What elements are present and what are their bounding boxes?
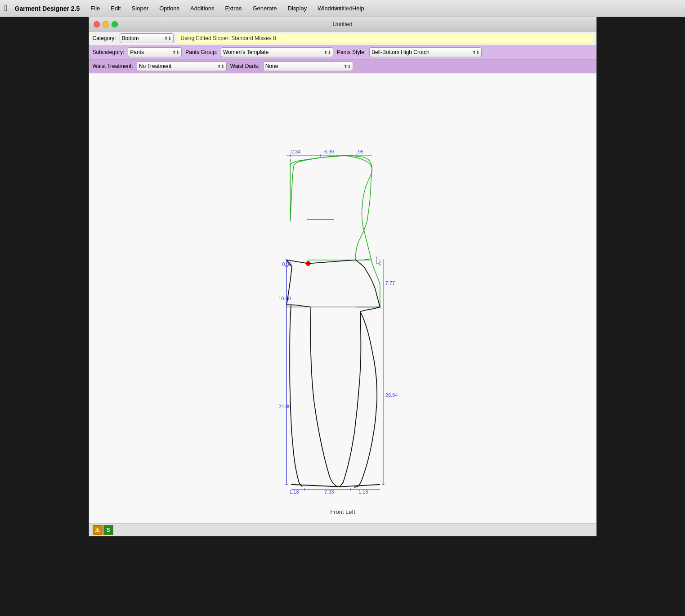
svg-text:6.99: 6.99 (324, 149, 334, 154)
window-title: Untitled (332, 21, 352, 27)
window-title-bar: Untitled (89, 17, 596, 31)
svg-text:.95: .95 (356, 149, 363, 154)
pants-group-select[interactable]: Women's Template ⬆⬇ (221, 47, 333, 57)
waist-darts-value: None (265, 63, 278, 69)
svg-text:28.94: 28.94 (385, 392, 397, 398)
toolbar-row-3: Waist Treatment: No Treatment ⬆⬇ Waist D… (89, 59, 596, 73)
close-button[interactable] (94, 21, 100, 27)
menu-file[interactable]: File (89, 4, 102, 13)
menu-extras[interactable]: Extras (224, 4, 244, 13)
category-select[interactable]: Bottom ⬆⬇ (120, 33, 174, 43)
pants-style-select[interactable]: Bell-Bottom High Crotch ⬆⬇ (369, 47, 482, 57)
toolbar-row-2: Subcategory: Pants ⬆⬇ Pants Group: Women… (89, 45, 596, 59)
waist-treatment-arrow-icon: ⬆⬇ (217, 64, 224, 69)
menu-generate[interactable]: Generate (251, 4, 278, 13)
minimize-button[interactable] (103, 21, 109, 27)
go-icon: S (103, 525, 113, 535)
subcategory-label: Subcategory: (93, 49, 125, 55)
pants-style-value: Bell-Bottom High Crotch (372, 49, 430, 55)
menu-options[interactable]: Options (157, 4, 181, 13)
warning-icon: ⚠ (93, 525, 103, 535)
menu-edit[interactable]: Edit (109, 4, 122, 13)
pants-group-arrow-icon: ⬆⬇ (324, 50, 331, 55)
waist-darts-select[interactable]: None ⬆⬇ (263, 61, 353, 71)
waist-treatment-label: Waist Treatment: (93, 63, 133, 69)
waist-treatment-select[interactable]: No Treatment ⬆⬇ (137, 61, 227, 71)
waist-darts-label: Waist Darts: (230, 63, 260, 69)
svg-text:7.77: 7.77 (385, 280, 394, 286)
toolbar-row-1: Category: Bottom ⬆⬇ Using Edited Sloper:… (89, 31, 596, 45)
category-arrow-icon: ⬆⬇ (164, 36, 171, 41)
subcategory-arrow-icon: ⬆⬇ (172, 50, 179, 55)
menu-additions[interactable]: Additions (188, 4, 216, 13)
category-label: Category: (93, 35, 116, 41)
pants-group-label: Pants Group: (185, 49, 217, 55)
traffic-lights (94, 21, 118, 27)
app-name: Garment Designer 2.5 (15, 5, 80, 12)
subcategory-select[interactable]: Pants ⬆⬇ (128, 47, 182, 57)
menu-sloper[interactable]: Sloper (130, 4, 151, 13)
menu-help[interactable]: Help (350, 4, 366, 13)
menu-bar:  Garment Designer 2.5 File Edit Sloper … (0, 0, 685, 17)
svg-text:2.34: 2.34 (291, 149, 300, 154)
apple-logo-icon[interactable]:  (4, 4, 8, 13)
pants-style-arrow-icon: ⬆⬇ (472, 50, 479, 55)
maximize-button[interactable] (112, 21, 118, 27)
status-bar: ⚠ S (89, 523, 596, 536)
svg-text:10.98: 10.98 (278, 296, 291, 301)
pattern-canvas[interactable]: 2.34 6.99 .95 0.88 (89, 73, 596, 523)
pants-group-value: Women's Template (223, 49, 269, 55)
menu-bar-items: File Edit Sloper Options Additions Extra… (89, 4, 366, 13)
svg-text:24.86: 24.86 (278, 404, 291, 409)
subcategory-value: Pants (130, 49, 144, 55)
svg-text:Front Left: Front Left (330, 508, 355, 515)
waist-darts-arrow-icon: ⬆⬇ (344, 64, 351, 69)
svg-marker-43 (376, 257, 381, 265)
menu-display[interactable]: Display (286, 4, 309, 13)
waist-treatment-value: No Treatment (139, 63, 172, 69)
svg-text:1.18: 1.18 (358, 489, 367, 495)
category-value: Bottom (122, 35, 139, 41)
pants-style-label: Pants Style: (337, 49, 366, 55)
svg-text:7.93: 7.93 (324, 489, 334, 495)
sloper-info: Using Edited Sloper: Standard Misses 8 (177, 34, 593, 43)
pattern-svg: 2.34 6.99 .95 0.88 (89, 73, 596, 523)
svg-text:1.18: 1.18 (289, 489, 299, 495)
title-bar-window-title: Untitled (332, 5, 352, 12)
